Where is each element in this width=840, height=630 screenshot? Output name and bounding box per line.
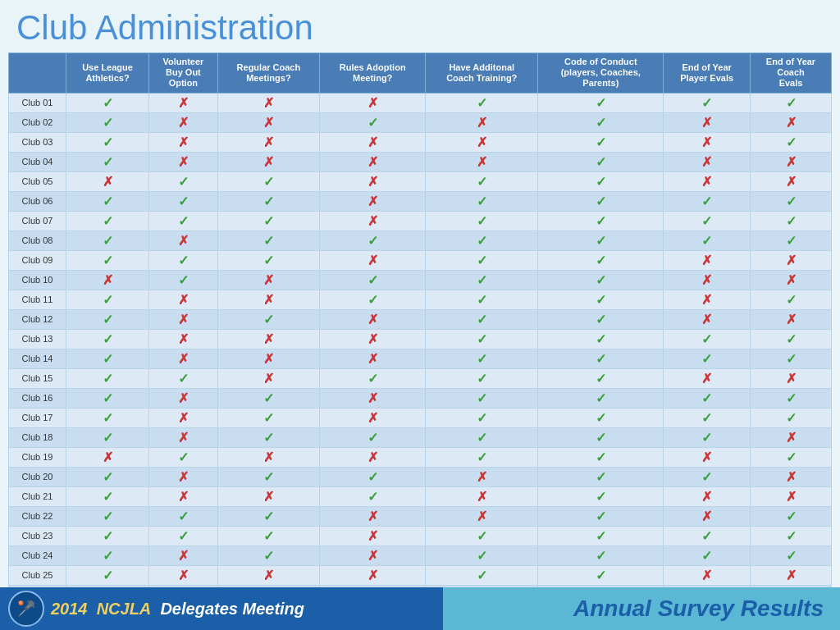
data-cell: ✓ bbox=[66, 467, 149, 486]
data-cell: ✓ bbox=[751, 349, 832, 368]
data-cell: ✓ bbox=[751, 191, 832, 211]
data-cell: ✓ bbox=[149, 171, 218, 191]
data-cell: ✓ bbox=[66, 112, 149, 132]
club-name-cell: Club 20 bbox=[9, 467, 66, 486]
club-name-cell: Club 19 bbox=[9, 447, 66, 467]
data-table: Use LeagueAthletics? VolunteerBuy OutOpt… bbox=[8, 52, 832, 623]
data-cell: ✓ bbox=[751, 506, 832, 526]
data-cell: ✗ bbox=[149, 388, 218, 408]
data-cell: ✓ bbox=[320, 290, 426, 309]
data-cell: ✓ bbox=[538, 388, 664, 408]
data-cell: ✓ bbox=[217, 427, 319, 447]
data-cell: ✓ bbox=[66, 152, 149, 171]
data-cell: ✓ bbox=[538, 132, 664, 152]
data-cell: ✓ bbox=[66, 546, 149, 565]
data-cell: ✗ bbox=[320, 349, 426, 368]
data-cell: ✗ bbox=[149, 112, 218, 132]
data-cell: ✓ bbox=[538, 349, 664, 368]
data-cell: ✓ bbox=[664, 526, 751, 546]
data-cell: ✗ bbox=[149, 309, 218, 329]
data-cell: ✓ bbox=[217, 388, 319, 408]
data-cell: ✗ bbox=[320, 565, 426, 585]
club-name-cell: Club 21 bbox=[9, 486, 66, 506]
data-cell: ✗ bbox=[751, 152, 832, 171]
data-cell: ✗ bbox=[664, 132, 751, 152]
col-header-player-evals: End of YearPlayer Evals bbox=[664, 53, 751, 94]
footer-left: 🥍 2014 NCJLA Delegates Meeting bbox=[0, 587, 443, 630]
data-cell: ✓ bbox=[149, 368, 218, 388]
data-cell: ✓ bbox=[538, 112, 664, 132]
data-cell: ✗ bbox=[664, 368, 751, 388]
data-cell: ✗ bbox=[664, 112, 751, 132]
data-cell: ✗ bbox=[664, 309, 751, 329]
data-cell: ✓ bbox=[426, 231, 538, 250]
table-row: Club 08✓✗✓✓✓✓✓✓ bbox=[9, 231, 832, 250]
table-row: Club 12✓✗✓✗✓✓✗✗ bbox=[9, 309, 832, 329]
data-cell: ✓ bbox=[426, 270, 538, 290]
club-name-cell: Club 10 bbox=[9, 270, 66, 290]
data-cell: ✓ bbox=[538, 191, 664, 211]
data-cell: ✗ bbox=[426, 112, 538, 132]
data-cell: ✓ bbox=[426, 309, 538, 329]
data-cell: ✗ bbox=[217, 112, 319, 132]
data-cell: ✗ bbox=[149, 546, 218, 565]
data-cell: ✗ bbox=[751, 427, 832, 447]
club-name-cell: Club 02 bbox=[9, 112, 66, 132]
footer: 🥍 2014 NCJLA Delegates Meeting Annual Su… bbox=[0, 587, 840, 630]
data-cell: ✓ bbox=[149, 250, 218, 270]
footer-title: 2014 NCJLA Delegates Meeting bbox=[51, 600, 304, 619]
club-name-cell: Club 14 bbox=[9, 349, 66, 368]
table-row: Club 17✓✗✓✗✓✓✓✓ bbox=[9, 408, 832, 427]
data-cell: ✓ bbox=[426, 565, 538, 585]
footer-year: 2014 bbox=[51, 600, 88, 618]
data-cell: ✗ bbox=[426, 132, 538, 152]
data-cell: ✗ bbox=[217, 368, 319, 388]
data-cell: ✓ bbox=[320, 467, 426, 486]
data-cell: ✓ bbox=[751, 546, 832, 565]
club-name-cell: Club 09 bbox=[9, 250, 66, 270]
club-name-cell: Club 15 bbox=[9, 368, 66, 388]
data-cell: ✗ bbox=[751, 565, 832, 585]
table-row: Club 03✓✗✗✗✗✓✗✓ bbox=[9, 132, 832, 152]
data-cell: ✓ bbox=[538, 231, 664, 250]
data-cell: ✓ bbox=[538, 211, 664, 231]
table-row: Club 19✗✓✗✗✓✓✗✓ bbox=[9, 447, 832, 467]
data-cell: ✓ bbox=[217, 231, 319, 250]
data-cell: ✗ bbox=[751, 467, 832, 486]
data-cell: ✗ bbox=[664, 152, 751, 171]
data-cell: ✓ bbox=[426, 93, 538, 112]
data-cell: ✗ bbox=[751, 250, 832, 270]
data-cell: ✓ bbox=[426, 408, 538, 427]
data-cell: ✗ bbox=[149, 231, 218, 250]
table-row: Club 20✓✗✓✓✗✓✓✗ bbox=[9, 467, 832, 486]
data-cell: ✗ bbox=[217, 270, 319, 290]
data-cell: ✓ bbox=[426, 427, 538, 447]
data-cell: ✗ bbox=[664, 486, 751, 506]
data-cell: ✓ bbox=[66, 486, 149, 506]
table-row: Club 06✓✓✓✗✓✓✓✓ bbox=[9, 191, 832, 211]
data-cell: ✓ bbox=[426, 290, 538, 309]
table-row: Club 01✓✗✗✗✓✓✓✓ bbox=[9, 93, 832, 112]
data-cell: ✓ bbox=[66, 526, 149, 546]
data-cell: ✗ bbox=[66, 171, 149, 191]
data-cell: ✗ bbox=[320, 211, 426, 231]
data-cell: ✓ bbox=[538, 270, 664, 290]
data-cell: ✓ bbox=[426, 526, 538, 546]
data-cell: ✓ bbox=[664, 231, 751, 250]
data-cell: ✓ bbox=[149, 506, 218, 526]
data-cell: ✓ bbox=[66, 93, 149, 112]
table-header-row: Use LeagueAthletics? VolunteerBuy OutOpt… bbox=[9, 53, 832, 94]
club-name-cell: Club 16 bbox=[9, 388, 66, 408]
data-cell: ✓ bbox=[320, 486, 426, 506]
data-cell: ✗ bbox=[149, 132, 218, 152]
data-cell: ✓ bbox=[66, 427, 149, 447]
data-cell: ✗ bbox=[751, 270, 832, 290]
table-row: Club 16✓✗✓✗✓✓✓✓ bbox=[9, 388, 832, 408]
data-cell: ✗ bbox=[664, 250, 751, 270]
data-cell: ✓ bbox=[538, 290, 664, 309]
data-cell: ✓ bbox=[751, 211, 832, 231]
data-cell: ✓ bbox=[751, 447, 832, 467]
data-cell: ✓ bbox=[66, 506, 149, 526]
data-cell: ✗ bbox=[664, 171, 751, 191]
data-cell: ✓ bbox=[664, 546, 751, 565]
